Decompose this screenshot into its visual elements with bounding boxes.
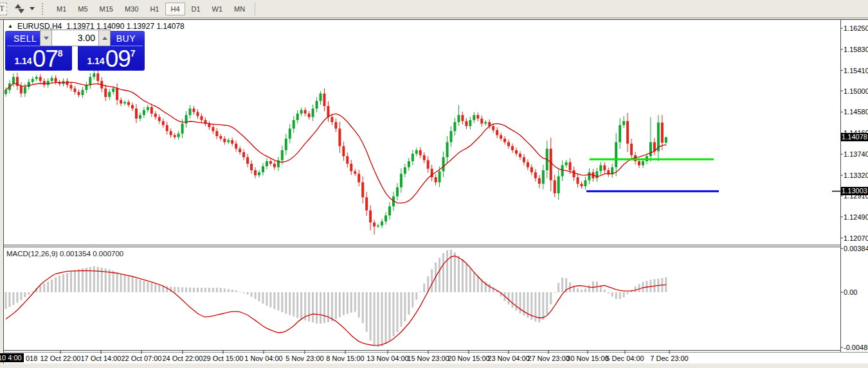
sell-price-pip: 8: [58, 48, 63, 58]
candle: [561, 165, 564, 176]
buy-price-base: 1.14: [87, 56, 104, 69]
time-tick-label: 5 Dec 04:00: [606, 355, 644, 362]
candle: [215, 131, 218, 136]
price-tick-label: 1.16250: [844, 24, 868, 32]
candle: [330, 117, 333, 122]
candle: [35, 77, 38, 79]
candle: [89, 77, 91, 85]
macd-indicator-label: MACD(12,26,9) 0.001354 0.000700: [6, 250, 123, 258]
candle: [642, 161, 644, 165]
candle: [147, 107, 149, 110]
candle: [334, 122, 337, 128]
candle: [492, 126, 494, 130]
candle: [530, 167, 533, 172]
macd-tick-label: -0.004856: [844, 344, 868, 351]
candle: [281, 150, 284, 161]
candle: [527, 162, 529, 168]
candle: [120, 100, 122, 103]
candle: [116, 89, 118, 100]
candle: [93, 73, 95, 76]
volume-field[interactable]: 3.00: [52, 30, 98, 46]
time-tick-label: 20 Nov 15:00: [448, 355, 489, 362]
candle: [300, 110, 303, 113]
candle: [665, 137, 667, 143]
candle: [150, 107, 153, 114]
candle: [603, 165, 606, 170]
candle: [212, 127, 214, 131]
candle: [511, 146, 514, 150]
candle: [177, 134, 180, 137]
candle: [354, 171, 356, 174]
candle: [108, 92, 111, 97]
candle: [554, 180, 556, 193]
candle: [519, 153, 521, 157]
price-tick-label: 1.12490: [844, 213, 868, 221]
candle: [51, 78, 53, 81]
candle: [189, 109, 192, 115]
candle: [350, 164, 352, 171]
candle: [123, 102, 126, 103]
candle: [484, 122, 487, 123]
candle: [369, 211, 372, 223]
candle: [465, 121, 467, 127]
buy-price: 1.14 09 7: [78, 49, 145, 69]
macd-chart[interactable]: [5, 250, 667, 347]
macd-tick-label: 0.00: [844, 288, 857, 296]
candle: [308, 114, 311, 117]
candle: [503, 139, 506, 142]
candle: [523, 157, 525, 162]
candle: [476, 115, 479, 118]
candle: [565, 162, 568, 166]
candle: [154, 114, 157, 117]
candle: [388, 206, 391, 215]
candle: [615, 142, 617, 167]
price-tick-label: 1.13320: [844, 171, 868, 179]
time-tick-label: 5 Nov 23:00: [285, 355, 323, 362]
candle: [473, 115, 475, 120]
candle: [453, 122, 456, 131]
candle: [12, 77, 15, 83]
time-tick-label: 30 Nov 15:00: [566, 355, 608, 362]
candle: [496, 130, 498, 136]
candle: [269, 161, 272, 164]
time-tick-label: 17 Oct 14:00: [81, 355, 122, 362]
up-triangle-icon: [102, 37, 107, 40]
time-tick-label: 22 Oct 07:00: [122, 355, 162, 362]
candle: [55, 78, 57, 82]
candle: [480, 119, 483, 124]
volume-decrease-button[interactable]: [41, 30, 52, 46]
candle: [296, 114, 299, 120]
candle: [112, 89, 114, 92]
candle: [469, 120, 471, 126]
buy-price-big: 09: [105, 49, 131, 69]
candle: [384, 215, 387, 221]
volume-increase-button[interactable]: [98, 30, 110, 46]
time-axis-tag: 10 4:00: [0, 353, 24, 362]
candle: [73, 89, 76, 92]
candle: [316, 101, 318, 109]
candle: [427, 160, 429, 168]
price-tick-label: 1.13740: [844, 150, 868, 158]
candle: [223, 139, 226, 142]
candle: [32, 79, 34, 82]
time-tick-label: 1 Nov 04:00: [244, 355, 282, 362]
candle: [584, 180, 586, 186]
candle: [28, 82, 30, 87]
candle: [304, 110, 307, 113]
candle: [649, 142, 652, 156]
candle: [24, 87, 26, 93]
candlestick-chart[interactable]: [5, 69, 719, 234]
candle: [622, 121, 625, 125]
candle: [143, 110, 145, 115]
candle: [381, 222, 383, 225]
candle: [219, 136, 222, 139]
candle: [181, 123, 184, 134]
candle: [197, 112, 199, 116]
collapse-arrow-icon[interactable]: ▲: [8, 24, 13, 29]
time-tick-label: 29 Oct 15:00: [203, 355, 244, 362]
candle: [254, 170, 257, 175]
candle: [131, 105, 134, 109]
candle: [581, 184, 583, 186]
time-tick-label: 13 Nov 04:00: [366, 355, 408, 362]
candle: [327, 106, 329, 117]
